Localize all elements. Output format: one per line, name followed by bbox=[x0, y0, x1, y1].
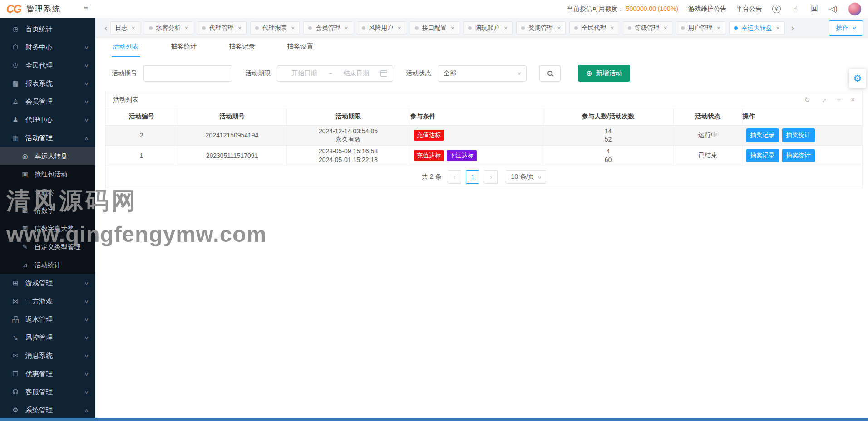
tab-all-agent[interactable]: 全民代理× bbox=[569, 21, 619, 35]
search-button[interactable] bbox=[539, 65, 561, 82]
panel-tools: ↻ ↔ − × bbox=[804, 96, 855, 104]
subtab-draw-stats[interactable]: 抽奖统计 bbox=[170, 38, 198, 57]
sidebar-item-member-mgmt[interactable]: ♙会员管理∨ bbox=[0, 93, 95, 111]
search-icon bbox=[547, 71, 552, 76]
sidebar-item-finance-center[interactable]: ☖财务中心∨ bbox=[0, 38, 95, 56]
sidebar-item-system-mgmt[interactable]: ⚙系统管理∧ bbox=[0, 401, 95, 419]
draw-stats-button[interactable]: 抽奖统计 bbox=[782, 149, 815, 162]
game-maintenance-announcement-link[interactable]: 游戏维护公告 bbox=[688, 5, 726, 13]
date-range-picker[interactable]: 开始日期 ~ 结束日期 bbox=[277, 65, 393, 82]
sidebar-item-promo-mgmt[interactable]: ☐优惠管理∨ bbox=[0, 365, 95, 383]
module-subtabs: 活动列表 抽奖统计 抽奖记录 抽奖设置 bbox=[95, 38, 868, 57]
sidebar-item-game-mgmt[interactable]: ⊞游戏管理∨ bbox=[0, 274, 95, 292]
pagination-prev-button[interactable]: ‹ bbox=[448, 170, 461, 184]
tab-api-config[interactable]: 接口配置× bbox=[410, 21, 459, 35]
tab-draw-period-mgmt[interactable]: 奖期管理× bbox=[516, 21, 566, 35]
user-avatar[interactable] bbox=[848, 2, 862, 16]
tab-user-mgmt[interactable]: 用户管理× bbox=[676, 21, 725, 35]
close-icon[interactable]: × bbox=[185, 24, 188, 32]
tab-status-dot bbox=[628, 26, 631, 30]
close-icon[interactable]: × bbox=[776, 24, 779, 32]
sidebar-item-risk-mgmt[interactable]: ↘风控管理∨ bbox=[0, 328, 95, 347]
tabs-scroll-left-icon[interactable]: ‹ bbox=[102, 23, 110, 33]
moneybag-icon[interactable]: ¥ bbox=[772, 5, 781, 13]
tab-lucky-wheel[interactable]: 幸运大转盘× bbox=[729, 21, 785, 35]
credit-value: 500000.00 (100%) bbox=[626, 5, 678, 12]
condition-badge: 充值达标 bbox=[414, 150, 444, 161]
speaker-icon[interactable]: ◁) bbox=[829, 5, 838, 13]
sidebar-item-rebate-mgmt[interactable]: 品返水管理∨ bbox=[0, 310, 95, 328]
sidebar-item-home-stats[interactable]: ◷首页统计 bbox=[0, 20, 95, 38]
sidebar-item-tournament[interactable]: ♕争霸赛 bbox=[0, 183, 95, 201]
close-icon[interactable]: × bbox=[504, 24, 508, 32]
minimize-icon[interactable]: − bbox=[837, 96, 841, 103]
message-icon: ✉ bbox=[11, 352, 20, 360]
add-activity-button[interactable]: ⊕新增活动 bbox=[578, 65, 630, 82]
tab-agent-report[interactable]: 代理报表× bbox=[250, 21, 300, 35]
draw-stats-button[interactable]: 抽奖统计 bbox=[782, 128, 815, 142]
tab-status-dot bbox=[149, 26, 153, 30]
sidebar-item-third-party-games[interactable]: ⋈三方游戏∨ bbox=[0, 292, 95, 310]
close-icon[interactable]: × bbox=[344, 24, 348, 32]
close-icon[interactable]: × bbox=[717, 24, 720, 32]
col-header-actions: 操作 bbox=[742, 108, 862, 125]
tabs-scroll-right-icon[interactable]: › bbox=[789, 23, 797, 33]
sidebar-item-message-system[interactable]: ✉消息系统∨ bbox=[0, 347, 95, 365]
close-icon[interactable]: × bbox=[851, 96, 855, 103]
refresh-icon[interactable]: ↻ bbox=[804, 96, 810, 104]
tab-member-mgmt[interactable]: 会员管理× bbox=[303, 21, 353, 35]
close-icon[interactable]: × bbox=[238, 24, 242, 32]
tab-actions-button[interactable]: 操作∨ bbox=[829, 20, 863, 36]
sidebar-item-custom-type-mgmt[interactable]: ✎自定义类型管理 bbox=[0, 238, 95, 256]
tab-companion-account[interactable]: 陪玩账户× bbox=[463, 21, 513, 35]
shield-icon: ☖ bbox=[11, 43, 20, 51]
close-icon[interactable]: × bbox=[132, 24, 135, 32]
tab-level-mgmt[interactable]: 等级管理× bbox=[623, 21, 672, 35]
hand-coin-icon[interactable]: ☝ bbox=[791, 5, 800, 13]
subtab-activity-list[interactable]: 活动列表 bbox=[112, 38, 140, 57]
tab-agent-mgmt[interactable]: 代理管理× bbox=[197, 21, 247, 35]
credit-quota: 当前授信可用额度：500000.00 (100%) bbox=[567, 5, 678, 13]
sidebar-item-support-mgmt[interactable]: ☊客服管理∨ bbox=[0, 383, 95, 401]
sidebar-item-guess-number-prize[interactable]: ⚅猜数字赢大奖 bbox=[0, 220, 95, 238]
draw-records-button[interactable]: 抽奖记录 bbox=[746, 149, 779, 162]
sidebar-item-activity-mgmt[interactable]: ▦活动管理∧ bbox=[0, 129, 95, 147]
sidebar-item-lucky-wheel[interactable]: ◎幸运大转盘 bbox=[0, 147, 95, 165]
close-icon[interactable]: × bbox=[664, 24, 667, 32]
close-icon[interactable]: × bbox=[451, 24, 454, 32]
status-select[interactable]: 全部 ∨ bbox=[438, 65, 527, 82]
sidebar-item-agent-center[interactable]: ♟代理中心∨ bbox=[0, 111, 95, 129]
sidebar-item-guess-number[interactable]: ⚄猜数字 bbox=[0, 201, 95, 220]
fullscreen-icon[interactable]: 回 bbox=[810, 4, 819, 14]
tab-status-dot bbox=[521, 26, 525, 30]
close-icon[interactable]: × bbox=[291, 24, 295, 32]
crown-icon: ♔ bbox=[11, 61, 20, 69]
platform-announcement-link[interactable]: 平台公告 bbox=[736, 5, 762, 13]
pagination-page-1-button[interactable]: 1 bbox=[466, 170, 479, 184]
sidebar-item-red-packet[interactable]: ▣抢红包活动 bbox=[0, 165, 95, 183]
per-page-select[interactable]: 10 条/页∨ bbox=[506, 170, 546, 184]
tab-water-analysis[interactable]: 水客分析× bbox=[144, 21, 193, 35]
col-header-activity-id: 活动编号 bbox=[106, 108, 178, 125]
sidebar-collapse-icon[interactable]: ≡ bbox=[84, 4, 89, 14]
plus-circle-icon: ⊕ bbox=[586, 69, 592, 78]
sidebar-item-all-agent[interactable]: ♔全民代理∨ bbox=[0, 56, 95, 74]
close-icon[interactable]: × bbox=[398, 24, 401, 32]
close-icon[interactable]: × bbox=[610, 24, 614, 32]
chevron-down-icon: ∨ bbox=[84, 390, 89, 395]
tab-status-dot bbox=[308, 26, 312, 30]
app-root: CG 管理系统 ≡ 当前授信可用额度：500000.00 (100%) 游戏维护… bbox=[0, 0, 868, 421]
close-icon[interactable]: × bbox=[557, 24, 561, 32]
sidebar-item-report-system[interactable]: ▤报表系统∨ bbox=[0, 74, 95, 93]
tab-log[interactable]: 日志× bbox=[110, 21, 140, 35]
expand-icon[interactable]: ↔ bbox=[819, 94, 829, 105]
subtab-draw-settings[interactable]: 抽奖设置 bbox=[286, 38, 314, 57]
subtab-draw-records[interactable]: 抽奖记录 bbox=[228, 38, 256, 57]
sidebar-item-activity-stats[interactable]: ⊿活动统计 bbox=[0, 256, 95, 274]
period-input[interactable] bbox=[143, 65, 232, 82]
table-settings-gear-icon[interactable]: ⚙ bbox=[849, 69, 866, 88]
calendar-icon bbox=[380, 70, 387, 77]
tab-risk-users[interactable]: 风险用户× bbox=[357, 21, 406, 35]
draw-records-button[interactable]: 抽奖记录 bbox=[746, 128, 779, 142]
pagination-next-button[interactable]: › bbox=[484, 170, 498, 184]
